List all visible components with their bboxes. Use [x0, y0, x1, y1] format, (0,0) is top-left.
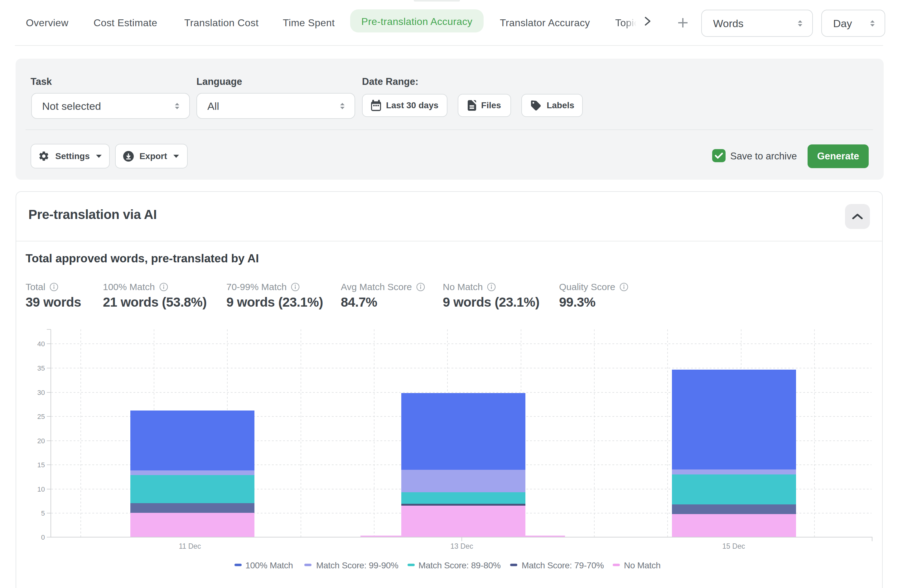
svg-text:13 Dec: 13 Dec [451, 542, 473, 550]
svg-text:11 Dec: 11 Dec [179, 542, 201, 550]
svg-text:100% Match: 100% Match [245, 560, 293, 570]
svg-text:20: 20 [37, 437, 45, 445]
svg-text:Match Score: 79-70%: Match Score: 79-70% [522, 560, 604, 570]
svg-text:10: 10 [37, 485, 45, 493]
svg-text:25: 25 [37, 413, 45, 420]
svg-text:Match Score: 99-90%: Match Score: 99-90% [316, 560, 398, 570]
svg-text:30: 30 [37, 389, 45, 397]
svg-text:Match Score: 89-80%: Match Score: 89-80% [418, 560, 501, 570]
svg-text:15: 15 [37, 461, 45, 469]
svg-text:5: 5 [41, 509, 45, 517]
svg-text:35: 35 [37, 364, 45, 372]
svg-text:15 Dec: 15 Dec [723, 542, 745, 550]
svg-text:0: 0 [41, 533, 45, 541]
svg-text:No Match: No Match [624, 560, 660, 570]
svg-text:40: 40 [37, 340, 45, 348]
